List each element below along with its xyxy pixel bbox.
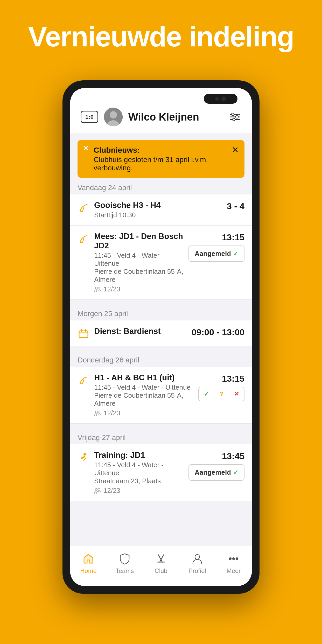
match-2-time: 13:15 bbox=[222, 232, 244, 242]
service-time: 09:00 - 13:00 bbox=[192, 327, 244, 337]
training-body: Training: JD1 11:45 - Veld 4 - Water - U… bbox=[94, 451, 184, 495]
training-card[interactable]: Training: JD1 11:45 - Veld 4 - Water - U… bbox=[70, 444, 252, 501]
banner-text: Clubnieuws: Clubhuis gesloten t/m 31 apr… bbox=[83, 146, 228, 172]
match-1-score: 3 - 4 bbox=[227, 201, 244, 211]
match-3-title: H1 - AH & BC H1 (uit) bbox=[94, 373, 194, 382]
svg-point-25 bbox=[236, 558, 238, 560]
filter-icon[interactable] bbox=[228, 110, 241, 123]
phone-frame: 1:0 Wilco Kleijnen bbox=[62, 80, 260, 594]
svg-point-24 bbox=[233, 558, 235, 560]
camera-dot-2 bbox=[221, 96, 226, 101]
hockey-stick-nav-icon bbox=[155, 552, 167, 565]
match-3-player-count: 12/23 bbox=[103, 409, 120, 417]
rsvp-maybe-button[interactable]: ? bbox=[214, 387, 229, 401]
svg-point-23 bbox=[229, 558, 231, 560]
separator-3 bbox=[70, 424, 252, 428]
training-player-count: 12/23 bbox=[103, 487, 120, 495]
home-icon bbox=[82, 552, 95, 565]
service-card[interactable]: Dienst: Bardienst 09:00 - 13:00 bbox=[70, 320, 252, 346]
nav-item-teams[interactable]: Teams bbox=[107, 552, 143, 575]
nav-item-profile[interactable]: Profiel bbox=[179, 552, 215, 575]
match-3-time: 13:15 bbox=[222, 374, 244, 384]
nav-label-profile: Profiel bbox=[188, 567, 206, 575]
hockey-icon-2 bbox=[78, 233, 89, 245]
match-3-subtitle: 11:45 - Veld 4 - Water - Uittenue bbox=[94, 383, 194, 391]
match-3-right: 13:15 ✓ ? ✕ bbox=[198, 373, 244, 401]
aangemeld-button-2[interactable]: Aangemeld ✓ bbox=[188, 464, 244, 481]
training-address: Straatnaam 23, Plaats bbox=[94, 477, 184, 485]
svg-point-18 bbox=[98, 488, 100, 491]
match-2-players: 12/23 bbox=[94, 285, 184, 293]
nav-label-home: Home bbox=[80, 567, 97, 575]
aangemeld-label-1: Aangemeld bbox=[195, 250, 231, 258]
training-time: 13:45 bbox=[222, 451, 244, 461]
person-icon bbox=[191, 552, 204, 565]
svg-point-10 bbox=[98, 287, 100, 289]
checkmark-icon-2: ✓ bbox=[233, 469, 238, 476]
svg-point-17 bbox=[95, 488, 97, 491]
nav-item-home[interactable]: Home bbox=[70, 552, 107, 575]
svg-rect-13 bbox=[85, 329, 86, 332]
match-2-right: 13:15 Aangemeld ✓ bbox=[188, 232, 244, 262]
shield-icon bbox=[118, 552, 131, 565]
svg-point-22 bbox=[195, 555, 200, 559]
match-card-1[interactable]: Gooische H3 - H4 Starttijd 10:30 3 - 4 bbox=[70, 194, 252, 226]
training-right: 13:45 Aangemeld ✓ bbox=[188, 451, 244, 481]
service-icon bbox=[78, 328, 89, 340]
match-3-players: 12/23 bbox=[94, 409, 194, 417]
match-card-2[interactable]: Mees: JD1 - Den Bosch JD2 11:45 - Veld 4… bbox=[70, 226, 252, 300]
match-2-subtitle: 11:45 - Veld 4 - Water - Uittenue bbox=[94, 251, 184, 268]
nav-label-club: Club bbox=[155, 567, 167, 575]
match-card-3[interactable]: H1 - AH & BC H1 (uit) 11:45 - Veld 4 - W… bbox=[70, 367, 252, 424]
match-1-subtitle: Starttijd 10:30 bbox=[94, 211, 222, 219]
date-section-friday: Vrijdag 27 april bbox=[70, 428, 252, 444]
camera-notch bbox=[204, 94, 237, 104]
match-2-body: Mees: JD1 - Den Bosch JD2 11:45 - Veld 4… bbox=[94, 232, 184, 293]
date-section-today: Vandaag 24 april bbox=[70, 178, 252, 194]
service-title: Dienst: Bardienst bbox=[94, 327, 187, 336]
hockey-icon-3 bbox=[78, 374, 89, 386]
nav-label-meer: Meer bbox=[227, 567, 241, 575]
match-2-title: Mees: JD1 - Den Bosch JD2 bbox=[94, 232, 184, 250]
aangemeld-button-1[interactable]: Aangemeld ✓ bbox=[188, 246, 244, 262]
match-1-body: Gooische H3 - H4 Starttijd 10:30 bbox=[94, 201, 222, 219]
match-2-player-count: 12/23 bbox=[103, 285, 120, 293]
svg-point-16 bbox=[83, 453, 86, 456]
rsvp-no-button[interactable]: ✕ bbox=[229, 387, 244, 401]
banner-x-icon: ✕ bbox=[83, 144, 89, 153]
score-icon[interactable]: 1:0 bbox=[81, 111, 98, 123]
checkmark-icon-1: ✓ bbox=[233, 250, 238, 257]
separator-2 bbox=[70, 346, 252, 350]
service-right: 09:00 - 13:00 bbox=[192, 327, 244, 337]
camera-dot-1 bbox=[215, 97, 219, 101]
date-section-thursday: Donderdag 26 april bbox=[70, 350, 252, 367]
training-players: 12/23 bbox=[94, 487, 184, 495]
nav-item-club[interactable]: Club bbox=[143, 552, 179, 575]
aangemeld-label-2: Aangemeld bbox=[195, 468, 231, 477]
rsvp-buttons[interactable]: ✓ ? ✕ bbox=[198, 387, 244, 401]
match-3-body: H1 - AH & BC H1 (uit) 11:45 - Veld 4 - W… bbox=[94, 373, 194, 417]
svg-rect-12 bbox=[81, 329, 82, 332]
nav-item-meer[interactable]: Meer bbox=[215, 552, 252, 575]
svg-point-14 bbox=[95, 411, 97, 413]
hockey-icon bbox=[78, 202, 89, 214]
match-2-address: Pierre de Coubertinlaan 55-A, Almere bbox=[94, 268, 184, 284]
banner-title: Clubnieuws: bbox=[94, 146, 228, 155]
notification-banner[interactable]: ✕ Clubnieuws: Clubhuis gesloten t/m 31 a… bbox=[78, 140, 244, 178]
banner-body: Clubhuis gesloten t/m 31 april i.v.m. ve… bbox=[94, 156, 228, 172]
user-name: Wilco Kleijnen bbox=[128, 111, 223, 123]
more-icon bbox=[227, 552, 240, 565]
rsvp-yes-button[interactable]: ✓ bbox=[199, 387, 214, 401]
running-icon bbox=[78, 452, 89, 464]
nav-label-teams: Teams bbox=[116, 567, 134, 575]
banner-close-icon[interactable]: ✕ bbox=[232, 146, 239, 154]
svg-point-1 bbox=[110, 111, 117, 118]
scroll-area[interactable]: ✕ Clubnieuws: Clubhuis gesloten t/m 31 a… bbox=[70, 134, 252, 546]
match-3-address: Pierre de Coubertinlaan 55-A, Almere bbox=[94, 391, 194, 408]
date-section-tomorrow: Morgen 25 april bbox=[70, 304, 252, 320]
separator-4 bbox=[70, 501, 252, 512]
svg-rect-11 bbox=[79, 331, 88, 338]
svg-point-9 bbox=[95, 287, 97, 289]
service-body: Dienst: Bardienst bbox=[94, 327, 187, 336]
phone-screen: 1:0 Wilco Kleijnen bbox=[70, 88, 252, 586]
